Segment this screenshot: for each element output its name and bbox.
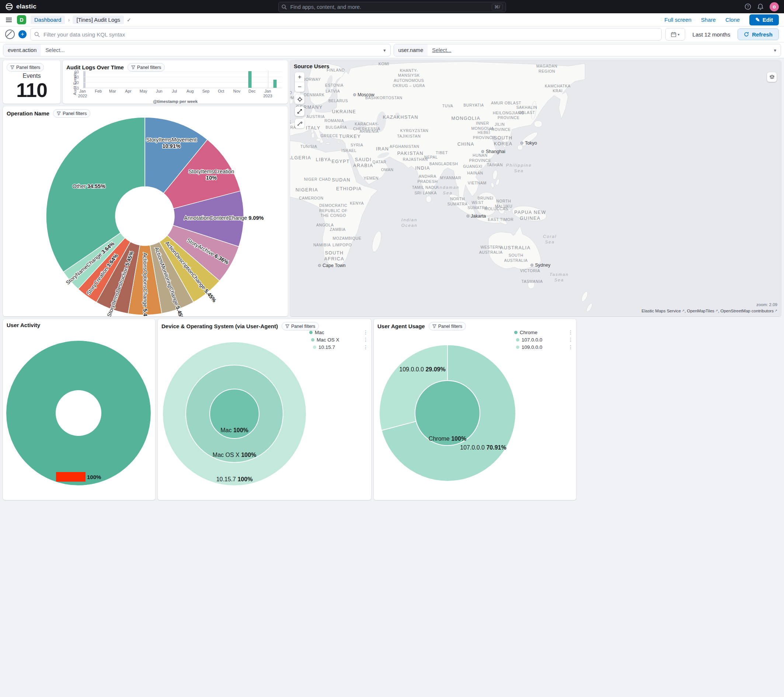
panel-filters-badge[interactable]: Panel filters [127,63,165,71]
refresh-button[interactable]: Refresh [738,28,779,40]
add-filter-button[interactable]: + [18,30,26,38]
legend-options-icon[interactable]: ⋮ [568,337,573,343]
legend-options-icon[interactable]: ⋮ [568,344,573,350]
legend-item-Mac OS X[interactable]: Mac OS X⋮ [309,337,368,343]
legend-options-icon[interactable]: ⋮ [363,329,368,335]
panel-events: Panel filters Events 110 [3,60,61,104]
map-label-hainan: HAINAN [468,171,483,176]
set-view-button[interactable] [295,94,305,104]
notifications-icon[interactable] [757,3,764,10]
map-label-myanmar: MYANMAR [440,175,461,181]
map-layers-button[interactable] [767,72,777,82]
plot-area[interactable] [82,71,282,88]
legend-options-icon[interactable]: ⋮ [568,329,573,335]
time-range-value[interactable]: Last 12 months [693,31,731,38]
map-attribution: zoom: 2.09 Elastic Maps Service ↗, OpenM… [642,302,777,315]
map-label-guangxi: GUANGXI [463,164,483,169]
edit-button[interactable]: ✎Edit [749,14,779,25]
share-button[interactable]: Share [701,17,716,23]
svg-text:?: ? [747,5,749,9]
map-label-ukraine: UKRAINE [332,109,356,115]
panel-operation-name: StoryItemsMovement10.91%StoryItemsCreati… [3,106,288,316]
legend-dot [514,331,517,334]
map-label-belarus: BELARUS [328,99,348,104]
legend-item-10.15.7[interactable]: 10.15.7⋮ [309,344,368,350]
zoom-in-button[interactable]: + [295,72,305,82]
axis-start-marker [83,71,86,88]
x-tick-label: Jul [172,89,177,94]
global-header: elastic ⌘/ ? o [0,0,784,13]
date-picker-button[interactable]: ▾ [665,28,685,41]
filter-icon [131,65,135,69]
zoom-out-button[interactable]: − [295,82,305,92]
control-value[interactable]: Select... [41,47,69,53]
user-avatar[interactable]: o [770,2,779,12]
space-badge[interactable]: D [17,15,26,24]
control-event-action[interactable]: event.action Select... ▾ [3,44,391,56]
menu-icon[interactable] [5,16,13,23]
map-label-cameroon: CAMEROON [299,196,324,201]
attribution-link[interactable]: OpenStreetMap contributors [720,309,773,313]
panel-filters-badge[interactable]: Panel filters [429,322,466,330]
map-draw-tools-button[interactable] [295,119,305,128]
calendar-icon [671,32,676,37]
breadcrumb-dashboard[interactable]: Dashboard [31,15,65,24]
kql-search[interactable] [30,28,662,41]
legend-options-icon[interactable]: ⋮ [363,337,368,343]
map-label-mongolia: MONGOLIA [451,116,481,121]
map-label-tasmania: TASMANIA [522,279,543,284]
metric-label: Events [3,73,61,79]
legend-item-Mac[interactable]: Mac⋮ [309,329,368,335]
map-label-east-timor: EAST TIMOR [488,217,514,222]
map-label-zambia: ZAMBIA [330,227,346,232]
filters-disabled-icon[interactable] [5,30,15,39]
map-label-syria: SYRIA [351,143,364,148]
elastic-logo[interactable]: elastic [5,3,36,11]
full-screen-button[interactable]: Full screen [664,17,691,23]
map-label-saudi-arabia: SAUDI ARABIA [353,157,373,169]
map-label-vietnam: VIETNAM [468,181,486,186]
attribution-link[interactable]: OpenMapTiles [687,309,714,313]
map-label-austria: AUSTRIA [306,114,325,119]
dashboard-toolbar: D Dashboard › [Tines] Audit Logs ✓ Full … [0,13,784,26]
global-search[interactable]: ⌘/ [278,2,506,12]
fit-to-data-button[interactable] [295,107,305,116]
legend-item-109.0.0.0[interactable]: 109.0.0.0⋮ [514,344,573,350]
global-search-input[interactable] [290,4,489,10]
map-label-sydney: Sydney [530,262,550,268]
map-label-ethiopia: ETHIOPIA [336,186,362,192]
x-tick-label: Mar [109,89,116,94]
control-value[interactable]: Select... [428,47,456,53]
map-label-italy: ITALY [306,125,321,131]
panel-filters-badge[interactable]: Panel filters [53,109,90,118]
help-icon[interactable]: ? [744,3,751,10]
clone-button[interactable]: Clone [725,17,740,23]
legend-options-icon[interactable]: ⋮ [363,344,368,350]
map-label-estonia: ESTONIA [325,83,344,88]
pie-label-Other: Other 34.55% [72,183,105,189]
bar-2023-01-15[interactable] [273,80,277,88]
legend-item-Chrome[interactable]: Chrome⋮ [514,329,573,335]
map-label-coral-sea: Coral Sea [543,234,557,245]
control-user-name[interactable]: user.name Select... ▾ [394,44,781,56]
panel-title: Audit Logs Over TIme [66,64,124,71]
panel-filters-badge[interactable]: Panel filters [7,63,44,71]
map-zoom-level: zoom: 2.09 [642,302,777,308]
refresh-button-label: Refresh [752,31,772,38]
attribution-link[interactable]: Elastic Maps Service [642,309,681,313]
bar-2022-11-27[interactable] [249,71,252,88]
map-label-inner-mongolia: INNER MONGOLIA [471,121,494,131]
map-label-armenia: ARMENIA [359,129,379,134]
x-tick-label: Oct [218,89,224,94]
map-label-west-sumatra: WEST SUMATRA [468,200,488,210]
x-tick-label: Jan 2022 [78,89,87,99]
breadcrumb-page-title[interactable]: [Tines] Audit Logs [72,15,124,24]
breadcrumb-check-icon[interactable]: ✓ [127,17,131,23]
legend-dot [516,345,519,349]
map-label-sri-lanka: SRI LANKA [414,191,436,196]
kql-input[interactable] [43,31,657,38]
legend-item-107.0.0.0[interactable]: 107.0.0.0⋮ [514,337,573,343]
partial-bucket-line [268,71,268,88]
map-label-rajasthan: RAJASTHAN [403,157,428,162]
map-label-israel: ISRAEL [341,148,356,154]
